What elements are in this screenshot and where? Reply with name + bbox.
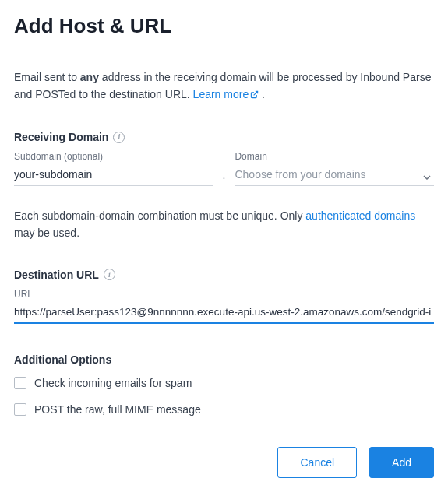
info-icon[interactable]: i xyxy=(104,269,115,280)
info-icon[interactable]: i xyxy=(113,132,125,143)
svg-line-0 xyxy=(254,91,258,95)
additional-options-heading: Additional Options xyxy=(14,353,434,366)
intro-any: any xyxy=(80,71,99,83)
domain-helper-text: Each subdomain-domain combination must b… xyxy=(14,208,434,241)
raw-mime-option[interactable]: POST the raw, full MIME message xyxy=(14,403,434,416)
page-title: Add Host & URL xyxy=(14,14,434,38)
intro-period: . xyxy=(259,88,265,100)
external-link-icon xyxy=(250,90,259,99)
learn-more-link[interactable]: Learn more xyxy=(193,88,259,100)
authenticated-domains-link[interactable]: authenticated domains xyxy=(305,209,415,222)
destination-url-heading: Destination URL i xyxy=(14,269,434,281)
receiving-domain-heading: Receiving Domain i xyxy=(14,131,434,143)
url-input[interactable] xyxy=(14,303,434,324)
spam-check-option[interactable]: Check incoming emails for spam xyxy=(14,377,434,389)
raw-mime-label: POST the raw, full MIME message xyxy=(34,403,201,416)
domain-label: Domain xyxy=(235,151,434,162)
intro-text: Email sent to any address in the receivi… xyxy=(14,69,434,103)
domain-separator: . xyxy=(223,169,226,186)
spam-check-label: Check incoming emails for spam xyxy=(34,377,192,389)
url-label: URL xyxy=(14,289,434,300)
cancel-button[interactable]: Cancel xyxy=(277,447,357,478)
domain-select[interactable]: Choose from your domains xyxy=(235,165,434,186)
subdomain-input[interactable] xyxy=(14,165,213,186)
intro-prefix: Email sent to xyxy=(14,71,80,83)
add-button[interactable]: Add xyxy=(369,447,434,478)
checkbox-icon xyxy=(14,403,26,416)
subdomain-label: Subdomain (optional) xyxy=(14,151,213,162)
checkbox-icon xyxy=(14,377,26,389)
